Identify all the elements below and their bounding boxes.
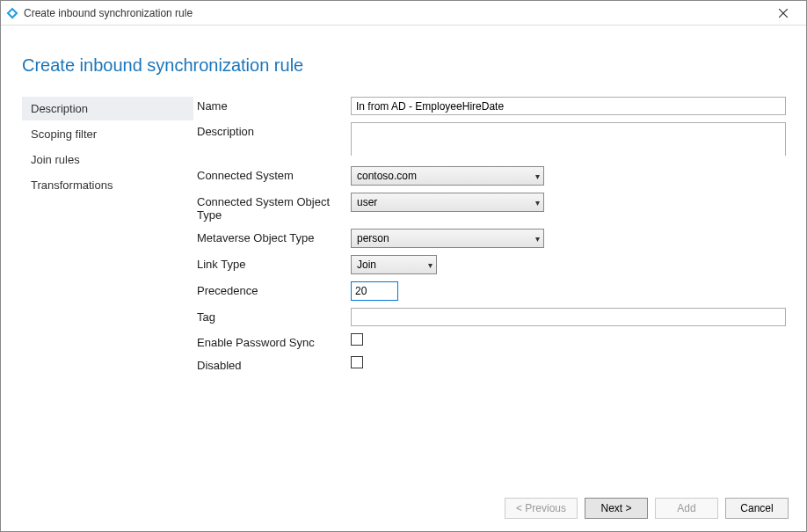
disabled-checkbox[interactable] [351, 356, 363, 368]
link-type-label: Link Type [197, 255, 351, 271]
disabled-label: Disabled [197, 356, 351, 372]
sidebar-item-label: Transformations [31, 179, 113, 192]
app-icon [6, 7, 18, 19]
name-label: Name [197, 97, 351, 113]
chevron-down-icon: ▾ [535, 234, 540, 244]
name-input[interactable] [351, 97, 786, 115]
mv-object-type-select[interactable]: person ▾ [351, 229, 544, 248]
sidebar-item-description[interactable]: Description [22, 97, 193, 120]
add-button[interactable]: Add [655, 498, 718, 519]
select-value: Join [357, 259, 376, 271]
window-title: Create inbound synchronization rule [24, 7, 193, 19]
dialog-content: Create inbound synchronization rule Desc… [1, 26, 806, 485]
precedence-label: Precedence [197, 281, 351, 297]
enable-password-sync-checkbox[interactable] [351, 333, 363, 346]
sidebar-item-label: Join rules [31, 153, 80, 166]
wizard-sidebar: Description Scoping filter Join rules Tr… [22, 97, 193, 379]
description-input[interactable] [351, 122, 786, 156]
select-value: user [357, 196, 377, 208]
connected-system-label: Connected System [197, 166, 351, 182]
chevron-down-icon: ▾ [535, 198, 540, 208]
connected-system-select[interactable]: contoso.com ▾ [351, 166, 544, 186]
tag-label: Tag [197, 308, 351, 324]
page-title: Create inbound synchronization rule [22, 55, 785, 76]
sidebar-item-join-rules[interactable]: Join rules [22, 148, 193, 171]
enable-password-sync-label: Enable Password Sync [197, 333, 351, 349]
mv-object-type-label: Metaverse Object Type [197, 229, 351, 244]
form-area: Name Description Connected System contos… [197, 97, 786, 379]
title-bar: Create inbound synchronization rule [1, 1, 806, 26]
sidebar-item-transformations[interactable]: Transformations [22, 173, 193, 197]
sidebar-item-label: Scoping filter [31, 128, 97, 141]
close-button[interactable] [766, 1, 801, 26]
tag-input[interactable] [351, 308, 786, 326]
button-bar: < Previous Next > Add Cancel [1, 485, 806, 531]
cs-object-type-label: Connected System Object Type [197, 193, 351, 222]
sidebar-item-label: Description [31, 102, 88, 115]
description-label: Description [197, 122, 351, 138]
precedence-input[interactable] [351, 281, 398, 301]
link-type-select[interactable]: Join ▾ [351, 255, 437, 274]
cs-object-type-select[interactable]: user ▾ [351, 193, 544, 212]
chevron-down-icon: ▾ [535, 171, 540, 181]
select-value: person [357, 232, 389, 244]
select-value: contoso.com [357, 170, 417, 182]
dialog-window: Create inbound synchronization rule Crea… [0, 0, 807, 532]
cancel-button[interactable]: Cancel [725, 498, 789, 519]
chevron-down-icon: ▾ [428, 260, 433, 270]
sidebar-item-scoping-filter[interactable]: Scoping filter [22, 122, 193, 146]
next-button[interactable]: Next > [585, 498, 648, 519]
close-icon [779, 9, 788, 18]
previous-button[interactable]: < Previous [505, 498, 578, 519]
